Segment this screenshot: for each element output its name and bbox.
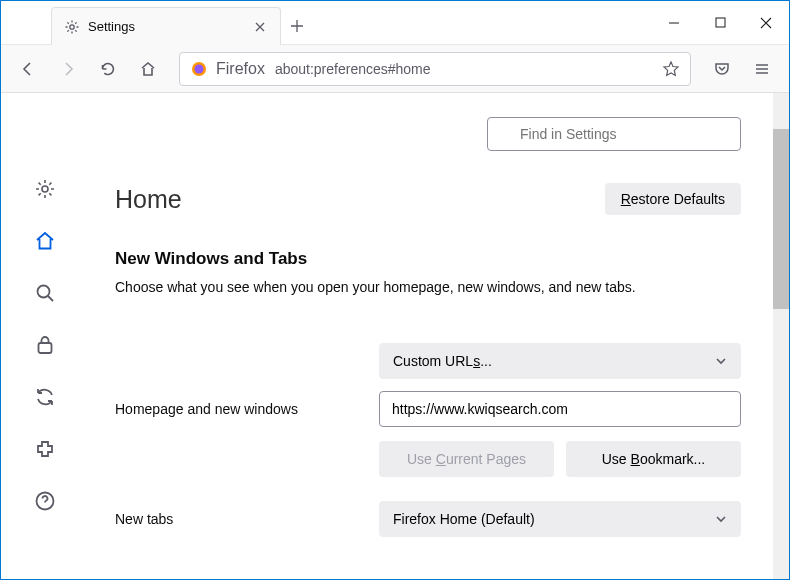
use-current-text: urrent Pages [446, 451, 526, 467]
svg-rect-6 [39, 343, 52, 353]
sidebar-home-icon[interactable] [33, 229, 57, 253]
close-window-button[interactable] [743, 1, 789, 44]
window-controls [651, 1, 789, 44]
url-path: about:preferences#home [275, 61, 431, 77]
use-current-pages-button[interactable]: Use Current Pages [379, 441, 554, 477]
menu-button[interactable] [745, 52, 779, 86]
window: Settings Firefox about:preferences#home [0, 0, 790, 580]
toolbar: Firefox about:preferences#home [1, 45, 789, 93]
homepage-url-input[interactable] [379, 391, 741, 427]
maximize-button[interactable] [697, 1, 743, 44]
gear-icon [64, 19, 80, 35]
back-button[interactable] [11, 52, 45, 86]
restore-label: estore Defaults [631, 191, 725, 207]
close-icon[interactable] [252, 19, 268, 35]
svg-point-0 [70, 24, 74, 28]
restore-defaults-button[interactable]: Restore Defaults [605, 183, 741, 215]
minimize-button[interactable] [651, 1, 697, 44]
tab-title: Settings [88, 19, 244, 34]
sidebar-extensions-icon[interactable] [33, 437, 57, 461]
main: Home Restore Defaults New Windows and Ta… [89, 93, 789, 579]
home-button[interactable] [131, 52, 165, 86]
homepage-label: Homepage and new windows [115, 401, 355, 417]
find-settings-input[interactable] [487, 117, 741, 151]
sidebar-search-icon[interactable] [33, 281, 57, 305]
url-bar[interactable]: Firefox about:preferences#home [179, 52, 691, 86]
url-prefix: Firefox [216, 60, 265, 78]
reload-button[interactable] [91, 52, 125, 86]
pocket-icon[interactable] [705, 52, 739, 86]
new-tab-button[interactable] [281, 7, 313, 44]
chevron-down-icon [715, 513, 727, 525]
browser-tab[interactable]: Settings [51, 7, 281, 45]
svg-rect-1 [716, 18, 725, 27]
homepage-type-dropdown[interactable]: Custom URLs... [379, 343, 741, 379]
dropdown-label: Custom URLs... [393, 353, 492, 369]
newtabs-dropdown[interactable]: Firefox Home (Default) [379, 501, 741, 537]
find-settings-wrap [487, 117, 741, 151]
sidebar-privacy-icon[interactable] [33, 333, 57, 357]
use-bookmark-button[interactable]: Use Bookmark... [566, 441, 741, 477]
scrollbar-thumb[interactable] [773, 129, 789, 309]
sidebar-help-icon[interactable] [33, 489, 57, 513]
newtabs-label: New tabs [115, 511, 355, 527]
sidebar [1, 93, 89, 579]
newtabs-dropdown-label: Firefox Home (Default) [393, 511, 535, 527]
svg-point-5 [38, 286, 50, 298]
scrollbar[interactable] [773, 93, 789, 579]
forward-button[interactable] [51, 52, 85, 86]
use-bookmark-text: ookmark... [640, 451, 705, 467]
section-description: Choose what you see when you open your h… [115, 279, 741, 295]
content: Home Restore Defaults New Windows and Ta… [1, 93, 789, 579]
page-title: Home [115, 185, 182, 214]
sidebar-general-icon[interactable] [33, 177, 57, 201]
bookmark-star-icon[interactable] [662, 60, 680, 78]
svg-point-4 [42, 186, 48, 192]
sidebar-sync-icon[interactable] [33, 385, 57, 409]
svg-point-3 [195, 64, 204, 73]
chevron-down-icon [715, 355, 727, 367]
titlebar: Settings [1, 1, 789, 45]
firefox-icon [190, 60, 208, 78]
section-title: New Windows and Tabs [115, 249, 741, 269]
